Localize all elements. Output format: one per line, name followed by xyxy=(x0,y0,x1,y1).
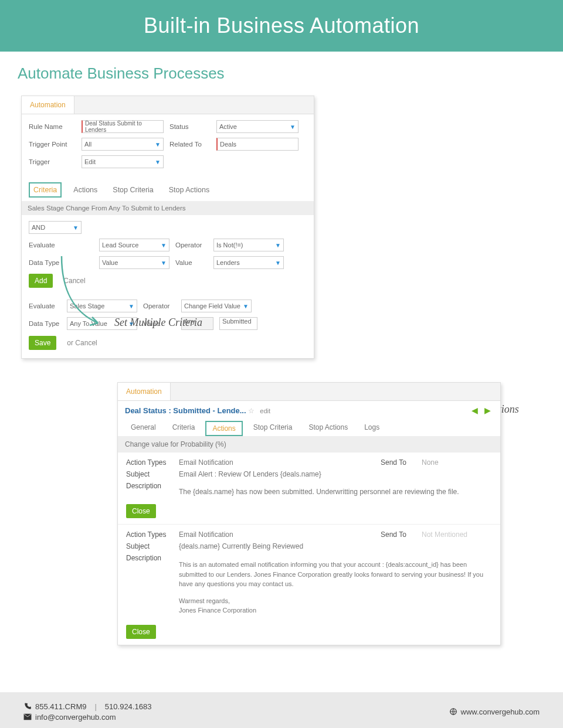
logic-select[interactable]: AND ▼ xyxy=(29,221,82,234)
description-label: Description xyxy=(126,482,179,490)
chevron-down-icon: ▼ xyxy=(161,242,167,249)
value-to-input[interactable]: Submitted xyxy=(219,317,257,330)
datatype-label: Data Type xyxy=(29,259,93,266)
subtab2-criteria[interactable]: Criteria xyxy=(167,421,201,436)
chevron-down-icon: ▼ xyxy=(128,303,134,309)
chevron-down-icon: ▼ xyxy=(290,124,296,130)
criteria-subtabs: Criteria Actions Stop Criteria Stop Acti… xyxy=(29,182,314,198)
subtab-criteria[interactable]: Criteria xyxy=(29,182,62,198)
evaluate2-select[interactable]: Sales Stage ▼ xyxy=(67,300,137,312)
mail-icon xyxy=(23,713,32,721)
send-to-value: None xyxy=(422,458,492,467)
edit-link[interactable]: edit xyxy=(260,407,270,414)
operator2-select[interactable]: Change Field Value ▼ xyxy=(181,300,252,312)
datatype-select[interactable]: Value ▼ xyxy=(99,256,169,269)
subtab2-logs[interactable]: Logs xyxy=(358,421,385,436)
chevron-down-icon: ▼ xyxy=(155,141,161,148)
separator: | xyxy=(94,702,96,711)
send-to-label: Send To xyxy=(381,458,422,467)
criteria-summary-bar: Sales Stage Change From Any To Submit to… xyxy=(22,201,314,215)
operator2-label: Operator xyxy=(143,302,175,309)
value-label: Value xyxy=(175,259,208,266)
page-footer: 855.411.CRM9 | 510.924.1683 info@converg… xyxy=(0,692,563,729)
value-select[interactable]: Lenders ▼ xyxy=(213,256,284,269)
trigger-select[interactable]: Edit ▼ xyxy=(82,155,164,168)
send-to-value: Not Mentioned xyxy=(422,530,492,539)
action-type-label: Action Types xyxy=(126,530,179,539)
status-label: Status xyxy=(169,123,211,130)
rule-name-label: Rule Name xyxy=(29,123,76,130)
page-banner: Built-in Business Automation xyxy=(0,0,563,52)
subject-value: {deals.name} Currently Being Reviewed xyxy=(179,542,492,550)
panel2-tabbar: Automation xyxy=(118,383,500,401)
action-block-1: Action Types Email Notification Send To … xyxy=(118,453,500,524)
subtab-stop-criteria[interactable]: Stop Criteria xyxy=(109,183,157,196)
chevron-down-icon: ▼ xyxy=(73,224,79,231)
add-button[interactable]: Add xyxy=(29,274,53,288)
phone1: 855.411.CRM9 xyxy=(35,702,86,711)
subtab-stop-actions[interactable]: Stop Actions xyxy=(165,183,213,196)
email: info@convergehub.com xyxy=(35,713,116,722)
evaluate-label: Evaluate xyxy=(29,241,93,249)
phone-icon xyxy=(23,702,32,710)
operator-select[interactable]: Is Not(!=) ▼ xyxy=(213,239,284,251)
action-summary-strip: Change value for Probability (%) xyxy=(118,436,500,453)
description-value: This is an automated email notification … xyxy=(179,554,492,615)
chevron-down-icon: ▼ xyxy=(161,260,167,266)
send-to-label: Send To xyxy=(381,530,422,539)
subtab-actions[interactable]: Actions xyxy=(70,183,101,196)
evaluate2-label: Evaluate xyxy=(29,302,61,309)
prev-arrow-icon[interactable]: ◀ xyxy=(469,406,480,415)
tab-automation[interactable]: Automation xyxy=(118,383,171,400)
subject-label: Subject xyxy=(126,470,179,478)
deal-title: Deal Status : Submitted - Lende... xyxy=(125,406,246,415)
tab-automation[interactable]: Automation xyxy=(22,96,74,114)
subtab2-stop-criteria[interactable]: Stop Criteria xyxy=(247,421,299,436)
panel1-tabbar: Automation xyxy=(22,96,314,114)
star-icon[interactable]: ☆ xyxy=(248,407,255,415)
close-button[interactable]: Close xyxy=(126,625,156,639)
action-type-label: Action Types xyxy=(126,458,179,467)
trigger-point-label: Trigger Point xyxy=(29,141,76,148)
trigger-label: Trigger xyxy=(29,158,76,165)
description-value: The {deals.name} has now been submitted.… xyxy=(179,482,492,496)
status-select[interactable]: Active ▼ xyxy=(216,120,299,133)
related-to-label: Related To xyxy=(169,141,211,148)
annotation-criteria: Set Multiple Criteria xyxy=(114,317,202,329)
banner-title: Built-in Business Automation xyxy=(144,13,419,38)
or-cancel-link[interactable]: or Cancel xyxy=(67,339,97,347)
subtab2-general[interactable]: General xyxy=(125,421,162,436)
action-type-value: Email Notification xyxy=(179,530,381,539)
website: www.convergehub.com xyxy=(461,707,540,716)
datatype2-label: Data Type xyxy=(29,320,61,327)
panel2-subtabs: General Criteria Actions Stop Criteria S… xyxy=(118,417,500,436)
subject-label: Subject xyxy=(126,542,179,550)
related-to-input[interactable]: Deals xyxy=(216,138,299,151)
save-button[interactable]: Save xyxy=(29,336,56,350)
phone2: 510.924.1683 xyxy=(105,702,152,711)
chevron-down-icon: ▼ xyxy=(275,260,281,266)
cancel-link[interactable]: Cancel xyxy=(63,277,85,285)
description-label: Description xyxy=(126,554,179,562)
action-block-2: Action Types Email Notification Send To … xyxy=(118,524,500,645)
rule-name-input[interactable]: Deal Status Submit to Lenders xyxy=(82,120,164,133)
chevron-down-icon: ▼ xyxy=(275,242,281,249)
chevron-down-icon: ▼ xyxy=(243,303,249,309)
subject-value: Email Alert : Review Of Lenders {deals.n… xyxy=(179,470,492,478)
close-button[interactable]: Close xyxy=(126,504,156,518)
trigger-point-select[interactable]: All ▼ xyxy=(82,138,164,151)
operator-label: Operator xyxy=(175,241,208,249)
chevron-down-icon: ▼ xyxy=(155,159,161,165)
evaluate-select[interactable]: Lead Source ▼ xyxy=(99,239,169,251)
automation-actions-panel: Automation Deal Status : Submitted - Len… xyxy=(117,382,501,645)
subtab2-actions[interactable]: Actions xyxy=(205,421,242,436)
globe-icon xyxy=(449,707,457,716)
section-title: Automate Business Processes xyxy=(18,64,545,83)
action-type-value: Email Notification xyxy=(179,458,381,467)
next-arrow-icon[interactable]: ▶ xyxy=(482,406,493,415)
subtab2-stop-actions[interactable]: Stop Actions xyxy=(303,421,354,436)
